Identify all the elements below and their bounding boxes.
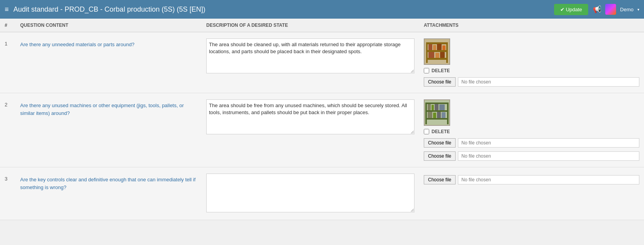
header-icons: 📢 Demo ▾ [593, 4, 639, 15]
file-input-row: Choose file No file chosen [424, 175, 639, 184]
row-number: 1 [0, 38, 16, 47]
file-input-row-2: Choose file No file chosen [424, 151, 639, 161]
table-row: 3 Are the key controls clear and definit… [0, 167, 644, 220]
row-description [202, 38, 419, 75]
description-textarea[interactable] [206, 174, 414, 212]
svg-rect-12 [440, 52, 445, 58]
app-logo [605, 4, 616, 15]
svg-rect-22 [439, 104, 445, 110]
svg-rect-6 [428, 44, 432, 50]
delete-label: DELETE [432, 68, 450, 73]
svg-rect-26 [442, 112, 445, 118]
col-attachments: ATTACHMENTS [419, 23, 644, 28]
menu-icon[interactable]: ≡ [5, 5, 9, 14]
svg-rect-14 [425, 103, 449, 104]
row-number: 2 [0, 99, 16, 108]
row-number: 3 [0, 174, 16, 182]
attachment-image [424, 38, 450, 65]
table-header: # QUESTION CONTENT DESCRIPTION OF A DESI… [0, 19, 644, 32]
no-file-label: No file chosen [458, 138, 639, 148]
svg-rect-19 [428, 104, 431, 110]
header: ≡ Audit standard - PROD_CB - Corbal prod… [0, 0, 644, 19]
row-question: Are the key controls clear and definitiv… [16, 174, 202, 191]
svg-rect-7 [433, 45, 436, 50]
svg-rect-8 [437, 44, 442, 50]
delete-row: DELETE [424, 129, 639, 134]
col-question: QUESTION CONTENT [16, 23, 202, 28]
table-row: 1 Are there any unneeded materials or pa… [0, 32, 644, 93]
row-description [202, 99, 419, 136]
svg-rect-3 [426, 58, 448, 60]
svg-rect-25 [437, 112, 441, 118]
delete-checkbox[interactable] [424, 129, 429, 134]
choose-file-button-2[interactable]: Choose file [424, 151, 456, 161]
delete-checkbox[interactable] [424, 68, 429, 73]
col-description: DESCRIPTION OF A DESIRED STATE [202, 23, 419, 28]
svg-rect-2 [426, 50, 448, 52]
svg-rect-20 [432, 105, 434, 110]
table-row: 2 Are there any unused machines or other… [0, 93, 644, 167]
svg-rect-15 [425, 110, 449, 112]
svg-rect-1 [426, 42, 448, 44]
delete-row: DELETE [424, 68, 639, 73]
col-num: # [0, 23, 16, 28]
file-input-row: Choose file No file chosen [424, 138, 639, 148]
no-file-label: No file chosen [458, 77, 639, 87]
svg-rect-21 [435, 104, 439, 110]
row-attachments: Choose file No file chosen [419, 174, 644, 184]
svg-rect-24 [433, 113, 436, 118]
page-title: Audit standard - PROD_CB - Corbal produc… [14, 5, 549, 14]
delete-label: DELETE [432, 129, 450, 134]
megaphone-icon: 📢 [593, 5, 601, 14]
attachment-image [424, 99, 450, 126]
row-description [202, 174, 419, 214]
file-input-row: Choose file No file chosen [424, 77, 639, 87]
row-attachments: DELETE Choose file No file chosen Choose… [419, 99, 644, 161]
choose-file-button[interactable]: Choose file [424, 138, 456, 148]
choose-file-button[interactable]: Choose file [424, 175, 456, 184]
choose-file-button[interactable]: Choose file [424, 77, 456, 87]
row-question: Are there any unneeded materials or part… [16, 38, 202, 49]
chevron-down-icon[interactable]: ▾ [637, 7, 639, 12]
svg-rect-10 [428, 52, 434, 58]
main-table: # QUESTION CONTENT DESCRIPTION OF A DESI… [0, 19, 644, 245]
svg-rect-23 [428, 112, 432, 118]
svg-rect-16 [425, 118, 449, 120]
svg-rect-18 [447, 103, 449, 124]
svg-rect-5 [446, 42, 448, 63]
demo-label: Demo [620, 7, 634, 12]
svg-rect-17 [425, 103, 427, 124]
description-textarea[interactable] [206, 99, 414, 134]
svg-rect-11 [435, 53, 439, 58]
row-attachments: DELETE Choose file No file chosen [419, 38, 644, 87]
no-file-label-2: No file chosen [458, 151, 639, 161]
row-question: Are there any unused machines or other e… [16, 99, 202, 117]
no-file-label: No file chosen [458, 175, 639, 184]
svg-rect-4 [426, 42, 428, 63]
update-button[interactable]: ✔ Update [554, 4, 589, 15]
svg-rect-9 [442, 45, 445, 50]
description-textarea[interactable] [206, 38, 414, 73]
